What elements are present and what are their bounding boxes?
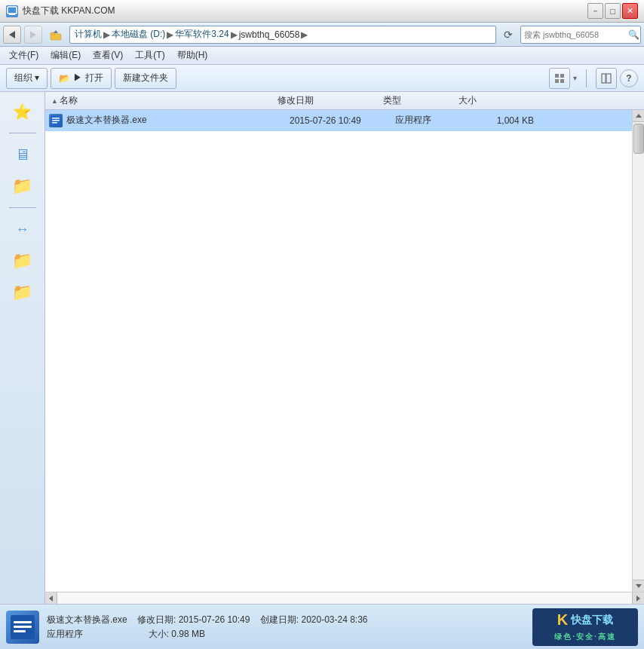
search-box[interactable]: 🔍: [520, 26, 641, 44]
file-date: 2015-07-26 10:49: [290, 115, 395, 126]
maximize-button[interactable]: □: [605, 3, 621, 19]
logo-tagline: 绿色·安全·高速: [554, 632, 616, 642]
title-bar: 快盘下载 KKPAN.COM － □ ✕: [0, 0, 644, 23]
svg-marker-6: [54, 30, 58, 33]
forward-button[interactable]: [24, 26, 42, 44]
computer-icon: 🖥: [15, 146, 30, 164]
svg-rect-11: [602, 74, 606, 83]
file-type: 应用程序: [395, 114, 471, 127]
vertical-scrollbar[interactable]: [632, 110, 644, 592]
scroll-left-button[interactable]: [45, 592, 57, 605]
col-type-header[interactable]: 类型: [380, 92, 455, 109]
col-name-header[interactable]: ▲ 名称: [48, 92, 274, 109]
breadcrumb[interactable]: 计算机 ▶ 本地磁盘 (D:) ▶ 华军软件3.24 ▶ jswbthq_660…: [69, 26, 496, 44]
column-headers: ▲ 名称 修改日期 类型 大小: [45, 92, 644, 110]
sidebar-item-computer[interactable]: 🖥: [8, 141, 38, 168]
status-details: 应用程序 大小: 0.98 MB: [47, 628, 525, 641]
col-date-header[interactable]: 修改日期: [274, 92, 380, 109]
file-icon: [48, 113, 63, 128]
col-size-header[interactable]: 大小: [455, 92, 531, 109]
help-button[interactable]: ?: [620, 69, 638, 87]
menu-help[interactable]: 帮助(H): [171, 47, 214, 63]
file-list: 极速文本替换器.exe 2015-07-26 10:49 应用程序 1,004 …: [45, 110, 644, 592]
window-title: 快盘下载 KKPAN.COM: [23, 5, 587, 17]
toolbar-divider: [586, 69, 587, 87]
up-button[interactable]: [45, 24, 66, 45]
svg-rect-16: [52, 122, 57, 124]
file-name: 极速文本替换器.exe: [66, 114, 290, 127]
network-icon: ↔: [16, 222, 29, 237]
search-icon: 🔍: [628, 29, 639, 40]
scroll-right-button[interactable]: [632, 592, 644, 605]
sidebar: ⭐ 🖥 📁 ↔ 📁 📁: [0, 92, 45, 604]
kkpan-logo: K 快盘下载 绿色·安全·高速: [532, 608, 638, 646]
scroll-thumb[interactable]: [633, 124, 644, 154]
logo-brand: 快盘下载: [571, 614, 613, 627]
svg-rect-22: [14, 621, 32, 623]
svg-marker-19: [49, 595, 53, 602]
search-input[interactable]: [524, 30, 628, 39]
address-bar: 计算机 ▶ 本地磁盘 (D:) ▶ 华军软件3.24 ▶ jswbthq_660…: [0, 23, 644, 47]
refresh-button[interactable]: ⟳: [499, 26, 517, 44]
status-filename: 极速文本替换器.exe 修改日期: 2015-07-26 10:49 创建日期:…: [47, 614, 525, 626]
table-row[interactable]: 极速文本替换器.exe 2015-07-26 10:49 应用程序 1,004 …: [45, 110, 632, 131]
status-info: 极速文本替换器.exe 修改日期: 2015-07-26 10:49 创建日期:…: [47, 614, 525, 641]
horizontal-scrollbar[interactable]: [45, 592, 644, 604]
svg-rect-9: [555, 79, 559, 83]
svg-rect-12: [606, 74, 611, 83]
menu-tools[interactable]: 工具(T): [129, 47, 170, 63]
breadcrumb-computer[interactable]: 计算机: [75, 28, 102, 41]
exe-file-icon: [49, 114, 63, 127]
open-button[interactable]: 📂 ▶ 打开: [51, 68, 111, 89]
svg-rect-15: [52, 120, 60, 121]
breadcrumb-folder2: jswbthq_66058: [239, 29, 300, 40]
folder-icon: 📁: [12, 176, 32, 196]
view-dropdown-icon[interactable]: ▾: [573, 74, 577, 82]
breadcrumb-folder1[interactable]: 华军软件3.24: [175, 28, 228, 41]
main-container: ⭐ 🖥 📁 ↔ 📁 📁 ▲ 名称 修改日期: [0, 92, 644, 604]
sidebar-item-folder3[interactable]: 📁: [8, 279, 38, 306]
logo-k: K: [557, 611, 568, 629]
window-controls: － □ ✕: [587, 3, 638, 19]
svg-rect-14: [52, 118, 60, 119]
scroll-down-button[interactable]: [633, 580, 644, 592]
toolbar: 组织 ▾ 📂 ▶ 打开 新建文件夹 ▾ ?: [0, 65, 644, 92]
status-file-icon: [6, 611, 39, 644]
scroll-up-button[interactable]: [633, 110, 644, 122]
sidebar-item-folder1[interactable]: 📁: [8, 173, 38, 200]
organize-button[interactable]: 组织 ▾: [6, 68, 48, 89]
svg-rect-8: [560, 74, 564, 78]
close-button[interactable]: ✕: [622, 3, 638, 19]
new-folder-button[interactable]: 新建文件夹: [115, 68, 176, 89]
folder-icon-2: 📁: [12, 251, 32, 271]
svg-marker-17: [636, 114, 642, 118]
svg-rect-0: [8, 7, 17, 14]
view-button[interactable]: [549, 68, 570, 89]
svg-marker-2: [9, 31, 15, 38]
sidebar-item-favorites[interactable]: ⭐: [8, 98, 38, 125]
pane-toggle-button[interactable]: [596, 68, 617, 89]
menu-file[interactable]: 文件(F): [3, 47, 44, 63]
star-icon: ⭐: [13, 103, 32, 121]
svg-rect-23: [14, 626, 32, 628]
minimize-button[interactable]: －: [587, 3, 603, 19]
sidebar-item-folder2[interactable]: 📁: [8, 247, 38, 274]
breadcrumb-drive[interactable]: 本地磁盘 (D:): [112, 28, 165, 41]
file-area: ▲ 名称 修改日期 类型 大小: [45, 92, 644, 604]
sort-arrow-icon: ▲: [51, 97, 58, 105]
window-icon: [6, 5, 18, 17]
menu-view[interactable]: 查看(V): [87, 47, 129, 63]
folder-icon-3: 📁: [12, 283, 32, 302]
sidebar-item-network[interactable]: ↔: [8, 216, 38, 243]
svg-rect-7: [555, 74, 559, 78]
svg-marker-18: [636, 584, 642, 588]
svg-rect-1: [9, 14, 15, 15]
open-icon: 📂: [59, 73, 70, 84]
back-button[interactable]: [3, 26, 21, 44]
menu-bar: 文件(F) 编辑(E) 查看(V) 工具(T) 帮助(H): [0, 47, 644, 65]
svg-rect-10: [560, 79, 564, 83]
svg-marker-3: [30, 31, 36, 38]
svg-rect-24: [14, 630, 26, 632]
menu-edit[interactable]: 编辑(E): [44, 47, 87, 63]
svg-marker-20: [636, 595, 640, 602]
